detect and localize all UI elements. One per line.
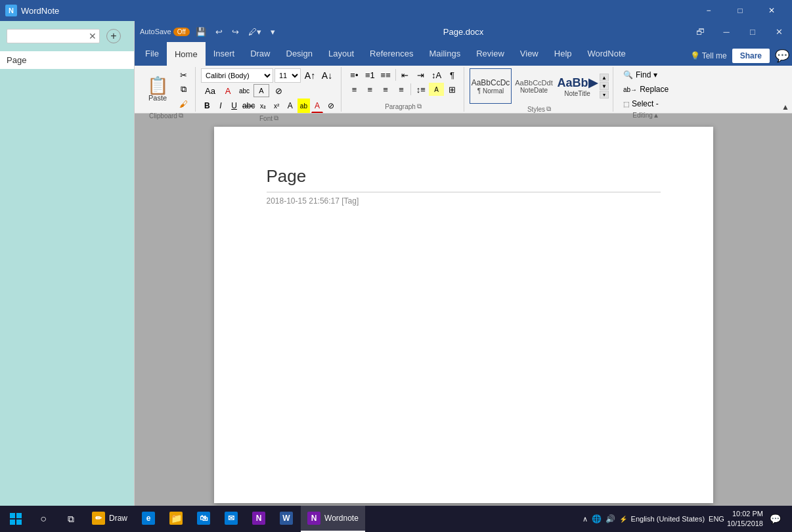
start-button[interactable] — [3, 506, 29, 532]
tab-draw[interactable]: Draw — [242, 42, 278, 66]
style-normal[interactable]: AaBbCcDc ¶ Normal — [470, 68, 512, 104]
taskbar-app-mail[interactable]: ✉ — [218, 506, 244, 532]
align-left-btn[interactable]: ≡ — [347, 83, 362, 96]
tab-wordnote[interactable]: WordNote — [580, 42, 634, 66]
style-notetitle[interactable]: AaBb▶ NoteTitle — [556, 68, 598, 104]
tab-review[interactable]: Review — [468, 42, 512, 66]
taskbar-clock[interactable]: 10:02 PM 10/15/2018 — [727, 509, 763, 529]
taskbar-app-store[interactable]: 🛍 — [190, 506, 217, 532]
close-button[interactable]: ✕ — [757, 0, 787, 21]
italic-button[interactable]: I — [215, 99, 227, 113]
tab-home[interactable]: Home — [167, 42, 206, 66]
undo-icon[interactable]: ↩ — [212, 24, 226, 39]
numbering-btn[interactable]: ≡1 — [363, 68, 378, 81]
action-center-btn[interactable]: 💬 — [766, 506, 784, 532]
align-right-btn[interactable]: ≡ — [378, 83, 393, 96]
underline-button[interactable]: U — [228, 99, 240, 113]
subscript-button[interactable]: x₂ — [257, 99, 269, 113]
styles-scroll-up[interactable]: ▲ — [600, 74, 609, 81]
char-clear-button[interactable]: ⊘ — [271, 84, 286, 97]
font-case-button[interactable]: Aа — [201, 84, 219, 97]
abc-button[interactable]: abc — [236, 84, 252, 97]
network-icon[interactable]: 🌐 — [592, 514, 602, 523]
doc-content-area[interactable]: Page 2018-10-15 21:56:17 [Tag] — [135, 114, 792, 516]
paste-button[interactable]: 📋 Paste — [141, 74, 174, 105]
tab-insert[interactable]: Insert — [206, 42, 243, 66]
more-icon[interactable]: ▾ — [267, 24, 278, 39]
maximize-button[interactable]: □ — [725, 0, 755, 21]
strikethrough-button[interactable]: abc — [242, 99, 255, 113]
styles-more[interactable]: ▾ — [600, 91, 609, 99]
shading-btn[interactable]: A — [429, 83, 444, 96]
style-notedate[interactable]: AaBbCcDdt NoteDate — [513, 68, 555, 104]
tab-references[interactable]: References — [362, 42, 421, 66]
tray-expand-icon[interactable]: ∧ — [583, 515, 588, 523]
font-color-btn[interactable]: A — [284, 99, 296, 113]
highlight-btn[interactable]: ab — [297, 99, 310, 113]
font-expand-icon[interactable]: ⧉ — [274, 114, 278, 122]
share-button[interactable]: Share — [732, 49, 770, 63]
replace-button[interactable]: ab→ Replace — [619, 83, 673, 96]
save-icon[interactable]: 💾 — [192, 24, 209, 39]
editing-collapse-icon[interactable]: ▲ — [653, 112, 659, 119]
multilevel-btn[interactable]: ≡≡ — [378, 68, 393, 81]
line-spacing-btn[interactable]: ↕≡ — [413, 83, 428, 96]
find-button[interactable]: 🔍 Find ▾ — [619, 68, 673, 81]
taskbar-app-onenote[interactable]: N — [246, 506, 272, 532]
borders-btn[interactable]: ⊞ — [445, 83, 460, 96]
styles-expand-icon[interactable]: ⧉ — [546, 105, 551, 113]
decrease-indent-btn[interactable]: ⇤ — [398, 68, 413, 81]
bold-button[interactable]: B — [201, 99, 213, 113]
redo-icon[interactable]: ↪ — [229, 24, 242, 39]
tab-view[interactable]: View — [512, 42, 546, 66]
tab-file[interactable]: File — [137, 42, 167, 66]
taskbar-search-btn[interactable]: ○ — [30, 506, 56, 532]
search-clear-icon[interactable]: ✕ — [89, 31, 97, 41]
show-para-btn[interactable]: ¶ — [445, 68, 460, 81]
tell-me-btn[interactable]: 💡 Tell me — [690, 51, 727, 60]
word-minimize-btn[interactable]: ─ — [713, 21, 739, 42]
sidebar-item-page[interactable]: Page — [0, 51, 134, 69]
task-view-btn[interactable]: ⧉ — [58, 506, 84, 532]
ribbon-collapse-btn[interactable]: ▲ — [781, 102, 789, 112]
taskbar-app-explorer[interactable]: 📁 — [163, 506, 189, 532]
font-size-grow-button[interactable]: A↑ — [302, 69, 318, 82]
taskbar-app-wordnote[interactable]: N Wordnote — [301, 506, 365, 532]
word-restore-btn[interactable]: 🗗 — [687, 21, 713, 42]
format-painter-button[interactable]: 🖌 — [175, 97, 191, 110]
cut-button[interactable]: ✂ — [175, 68, 191, 81]
autosave-toggle[interactable]: Off — [173, 28, 190, 36]
bullets-btn[interactable]: ≡• — [347, 68, 362, 81]
comments-icon[interactable]: 💬 — [775, 49, 789, 63]
tab-design[interactable]: Design — [278, 42, 320, 66]
copy-button[interactable]: ⧉ — [175, 83, 191, 96]
align-center-btn[interactable]: ≡ — [363, 83, 378, 96]
eng-language[interactable]: English (United States) — [631, 515, 705, 523]
clipboard-expand-icon[interactable]: ⧉ — [179, 112, 183, 120]
font-size-select[interactable]: 11 — [275, 68, 301, 83]
font-color-btn2[interactable]: A — [311, 99, 324, 113]
tab-help[interactable]: Help — [546, 42, 580, 66]
sort-btn[interactable]: ↕A — [429, 68, 444, 81]
taskbar-app-draw[interactable]: ✏ Draw — [85, 506, 134, 532]
minimize-button[interactable]: − — [693, 0, 724, 21]
font-name-select[interactable]: Calibri (Body) — [201, 68, 273, 83]
text-effects-button[interactable]: A — [221, 84, 235, 97]
select-button[interactable]: ⬚ Select - — [619, 97, 673, 110]
superscript-button[interactable]: x² — [271, 99, 283, 113]
taskbar-app-word[interactable]: W — [273, 506, 299, 532]
word-close-btn[interactable]: ✕ — [766, 21, 792, 42]
tab-layout[interactable]: Layout — [320, 42, 362, 66]
border-btn[interactable]: A — [253, 84, 269, 97]
add-page-button[interactable]: + — [106, 29, 121, 43]
styles-scroll-down[interactable]: ▼ — [600, 82, 609, 90]
volume-icon[interactable]: 🔊 — [605, 514, 615, 523]
customize-icon[interactable]: 🖊▾ — [245, 24, 265, 39]
justify-btn[interactable]: ≡ — [394, 83, 409, 96]
clear-format-btn[interactable]: ⊘ — [324, 99, 337, 113]
increase-indent-btn[interactable]: ⇥ — [413, 68, 428, 81]
para-expand-icon[interactable]: ⧉ — [417, 102, 422, 110]
search-input[interactable] — [10, 32, 89, 41]
tab-mailings[interactable]: Mailings — [422, 42, 469, 66]
eng-label[interactable]: ENG — [709, 515, 724, 523]
